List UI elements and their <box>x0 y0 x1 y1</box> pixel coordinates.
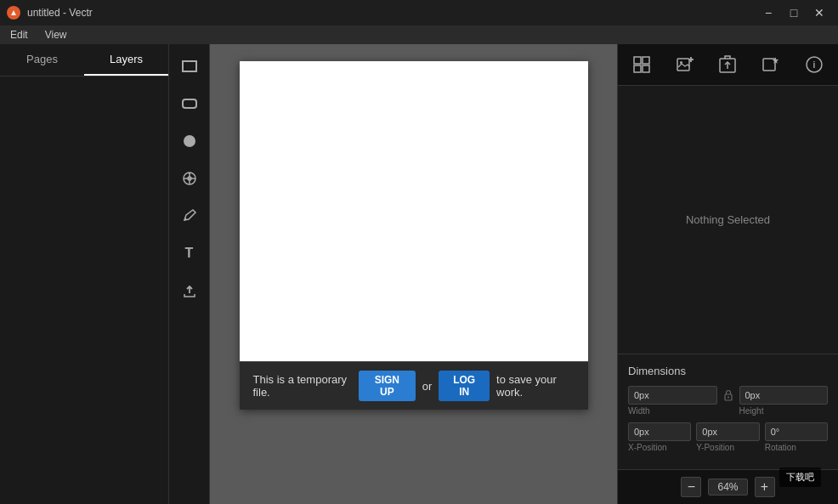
menu-edit[interactable]: Edit <box>3 27 35 42</box>
zoom-in-button[interactable]: + <box>755 477 775 497</box>
tab-layers[interactable]: Layers <box>84 44 168 76</box>
image-star-btn[interactable] <box>750 48 792 82</box>
y-label: Y-Position <box>696 443 759 452</box>
notification-bar: This is a temporary file. SIGN UP or LOG… <box>240 361 588 410</box>
zoom-out-button[interactable]: − <box>681 477 701 497</box>
svg-rect-11 <box>634 65 641 72</box>
y-input[interactable] <box>696 422 759 441</box>
close-button[interactable]: ✕ <box>807 4 831 21</box>
svg-point-2 <box>184 135 195 147</box>
symbol-tool[interactable] <box>174 163 205 194</box>
width-height-row: Width Height <box>628 386 828 416</box>
maximize-button[interactable]: □ <box>782 4 806 21</box>
right-toolbar: i <box>618 44 838 86</box>
height-field-wrapper: Height <box>739 386 829 416</box>
notification-suffix: to save your work. <box>496 373 574 399</box>
xy-rotation-row: X-Position Y-Position Rotation <box>628 422 828 452</box>
share-btn[interactable] <box>707 48 749 82</box>
zoom-bar: − 64% + <box>618 469 838 504</box>
canvas-area[interactable]: This is a temporary file. SIGN UP or LOG… <box>210 44 617 504</box>
rounded-rect-tool[interactable] <box>174 88 205 119</box>
text-tool[interactable]: T <box>174 238 205 269</box>
login-button[interactable]: LOG IN <box>439 371 490 401</box>
tabs-content: Pages Layers <box>0 44 169 504</box>
lock-icon <box>722 389 734 413</box>
y-field-wrapper: Y-Position <box>696 422 759 452</box>
svg-point-16 <box>680 61 682 64</box>
rotation-input[interactable] <box>765 422 828 441</box>
image-plus-btn[interactable] <box>665 48 706 82</box>
window-controls: − □ ✕ <box>756 4 831 21</box>
upload-tool[interactable] <box>174 275 205 306</box>
pencil-tool[interactable] <box>174 201 205 231</box>
svg-rect-19 <box>763 59 775 71</box>
title-bar: untitled - Vectr − □ ✕ <box>0 0 838 25</box>
x-label: X-Position <box>628 443 691 452</box>
main-layout: Pages Layers <box>0 44 838 504</box>
tab-pages[interactable]: Pages <box>0 44 84 76</box>
nothing-selected-text: Nothing Selected <box>618 86 838 354</box>
title-bar-left: untitled - Vectr <box>7 6 93 20</box>
signup-button[interactable]: SIGN UP <box>359 371 416 401</box>
tabs-bar: Pages Layers <box>0 44 168 76</box>
x-input[interactable] <box>628 422 691 441</box>
svg-rect-10 <box>643 57 649 64</box>
svg-text:i: i <box>813 60 815 70</box>
circle-tool[interactable] <box>174 126 205 156</box>
svg-rect-0 <box>183 61 196 71</box>
window-title: untitled - Vectr <box>27 7 93 19</box>
left-section: Pages Layers <box>0 44 210 504</box>
rotation-label: Rotation <box>765 443 828 452</box>
svg-point-23 <box>728 396 729 398</box>
minimize-button[interactable]: − <box>756 4 780 21</box>
dimensions-title: Dimensions <box>628 365 828 377</box>
app-icon <box>7 6 20 20</box>
svg-rect-9 <box>634 57 641 64</box>
height-input[interactable] <box>739 386 829 405</box>
height-label: Height <box>739 406 829 416</box>
zoom-value: 64% <box>708 479 747 496</box>
info-btn[interactable]: i <box>793 48 835 82</box>
width-input[interactable] <box>628 386 717 405</box>
dimensions-section: Dimensions Width Height <box>618 354 838 469</box>
width-field-wrapper: Width <box>628 386 717 416</box>
rectangle-tool[interactable] <box>174 51 205 82</box>
tools-panel: T <box>169 44 210 504</box>
rotation-field-wrapper: Rotation <box>765 422 828 452</box>
menu-view[interactable]: View <box>38 27 74 42</box>
menu-bar: Edit View <box>0 25 838 44</box>
right-panel: i Nothing Selected Dimensions Width <box>617 44 838 504</box>
layers-content <box>0 76 168 504</box>
or-text: or <box>422 380 433 393</box>
canvas-paper: This is a temporary file. SIGN UP or LOG… <box>240 61 588 410</box>
x-field-wrapper: X-Position <box>628 422 691 452</box>
grid-tool-btn[interactable] <box>621 48 663 82</box>
width-label: Width <box>628 406 717 416</box>
svg-rect-1 <box>183 99 196 108</box>
svg-rect-12 <box>643 65 649 72</box>
notification-text: This is a temporary file. <box>253 373 352 399</box>
